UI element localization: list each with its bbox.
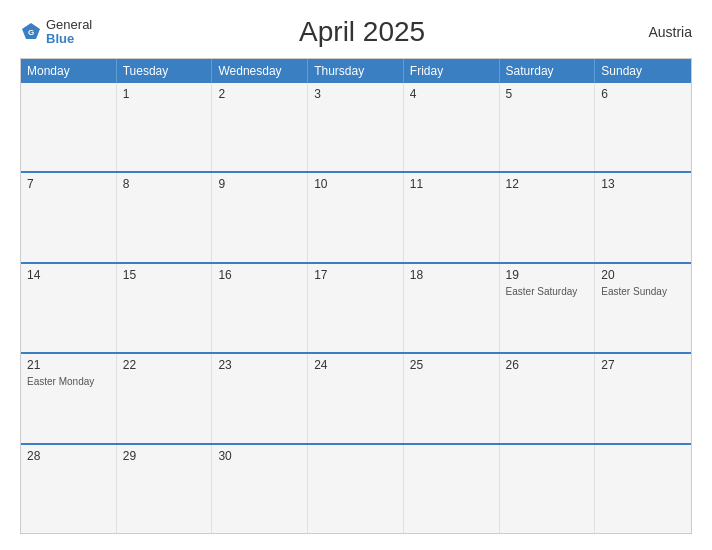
day-number: 25 [410,358,493,372]
day-number: 6 [601,87,685,101]
page: G General Blue April 2025 Austria Monday… [0,0,712,550]
day-number: 23 [218,358,301,372]
day-cell [404,445,500,533]
day-number: 1 [123,87,206,101]
day-cell: 24 [308,354,404,442]
day-cell: 17 [308,264,404,352]
day-cell: 22 [117,354,213,442]
day-number: 20 [601,268,685,282]
day-headers-row: MondayTuesdayWednesdayThursdayFridaySatu… [21,59,691,83]
day-cell: 14 [21,264,117,352]
day-cell: 11 [404,173,500,261]
day-cell: 16 [212,264,308,352]
day-number: 19 [506,268,589,282]
day-number: 13 [601,177,685,191]
day-number: 26 [506,358,589,372]
day-header-friday: Friday [404,59,500,83]
day-header-saturday: Saturday [500,59,596,83]
day-number: 2 [218,87,301,101]
day-cell: 26 [500,354,596,442]
weeks-container: 12345678910111213141516171819Easter Satu… [21,83,691,533]
day-cell: 15 [117,264,213,352]
day-cell: 21Easter Monday [21,354,117,442]
day-cell: 1 [117,83,213,171]
day-number: 22 [123,358,206,372]
day-event-label: Easter Saturday [506,286,589,298]
day-cell: 9 [212,173,308,261]
logo: G General Blue [20,18,92,47]
day-number: 15 [123,268,206,282]
day-cell: 7 [21,173,117,261]
logo-icon: G [20,21,42,43]
day-cell: 4 [404,83,500,171]
day-number: 16 [218,268,301,282]
day-number: 5 [506,87,589,101]
day-header-monday: Monday [21,59,117,83]
day-number: 18 [410,268,493,282]
calendar-title: April 2025 [92,16,632,48]
day-header-wednesday: Wednesday [212,59,308,83]
day-cell: 6 [595,83,691,171]
week-row-3: 141516171819Easter Saturday20Easter Sund… [21,262,691,352]
day-cell: 25 [404,354,500,442]
day-cell: 3 [308,83,404,171]
day-number: 11 [410,177,493,191]
week-row-4: 21Easter Monday222324252627 [21,352,691,442]
day-header-sunday: Sunday [595,59,691,83]
day-number: 8 [123,177,206,191]
day-cell [595,445,691,533]
svg-text:G: G [28,28,34,37]
day-cell: 28 [21,445,117,533]
day-cell: 5 [500,83,596,171]
day-number: 9 [218,177,301,191]
logo-text: General Blue [46,18,92,47]
day-cell: 18 [404,264,500,352]
day-cell: 19Easter Saturday [500,264,596,352]
day-cell: 23 [212,354,308,442]
day-number: 28 [27,449,110,463]
day-event-label: Easter Sunday [601,286,685,298]
day-cell: 2 [212,83,308,171]
day-event-label: Easter Monday [27,376,110,388]
day-number: 7 [27,177,110,191]
country-label: Austria [632,24,692,40]
day-number: 4 [410,87,493,101]
week-row-5: 282930 [21,443,691,533]
day-header-thursday: Thursday [308,59,404,83]
week-row-2: 78910111213 [21,171,691,261]
day-number: 12 [506,177,589,191]
day-cell: 20Easter Sunday [595,264,691,352]
day-number: 30 [218,449,301,463]
day-number: 3 [314,87,397,101]
day-cell: 13 [595,173,691,261]
day-number: 10 [314,177,397,191]
day-cell: 29 [117,445,213,533]
day-cell: 10 [308,173,404,261]
day-number: 17 [314,268,397,282]
day-cell: 12 [500,173,596,261]
day-cell: 27 [595,354,691,442]
day-number: 24 [314,358,397,372]
calendar: MondayTuesdayWednesdayThursdayFridaySatu… [20,58,692,534]
day-cell [500,445,596,533]
day-cell [21,83,117,171]
day-number: 14 [27,268,110,282]
header: G General Blue April 2025 Austria [20,16,692,48]
day-number: 21 [27,358,110,372]
week-row-1: 123456 [21,83,691,171]
day-cell: 8 [117,173,213,261]
day-number: 27 [601,358,685,372]
day-cell: 30 [212,445,308,533]
day-header-tuesday: Tuesday [117,59,213,83]
day-cell [308,445,404,533]
day-number: 29 [123,449,206,463]
